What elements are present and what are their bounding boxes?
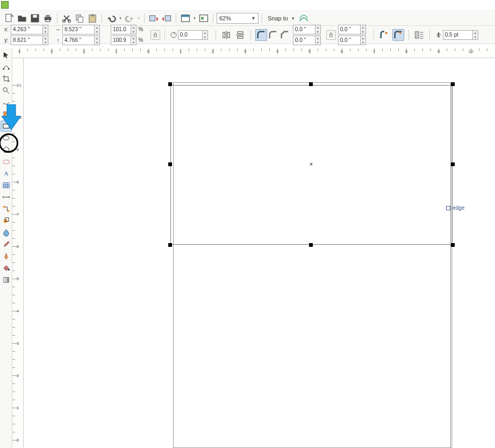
- lock-ratio-button[interactable]: [150, 30, 160, 40]
- round-corner-button[interactable]: [255, 29, 267, 41]
- connector-tool[interactable]: [1, 203, 12, 215]
- view-fullscreen-button[interactable]: [180, 12, 191, 24]
- redo-dropdown[interactable]: ▼: [137, 12, 141, 24]
- svg-rect-22: [415, 31, 418, 38]
- snap-combo[interactable]: Snap to ▾: [266, 13, 297, 24]
- toolbox: A: [0, 48, 12, 448]
- coord-x-input[interactable]: 4.263 ": [11, 25, 43, 34]
- zoom-tool[interactable]: [1, 85, 12, 96]
- scale-corner-button[interactable]: [392, 29, 404, 41]
- svg-rect-35: [7, 210, 9, 212]
- handle-tm[interactable]: [309, 82, 313, 86]
- handle-mr[interactable]: [451, 162, 455, 166]
- svg-rect-20: [329, 34, 332, 37]
- import-button[interactable]: [148, 12, 160, 24]
- coord-y-label: y:: [2, 37, 11, 43]
- redo-button[interactable]: [124, 12, 135, 24]
- svg-rect-4: [46, 15, 50, 17]
- rotate-input[interactable]: 0.0: [178, 30, 203, 40]
- svg-rect-17: [201, 17, 204, 19]
- view-dropdown[interactable]: ▼: [192, 12, 197, 24]
- handle-ml[interactable]: [168, 162, 172, 166]
- transparency-tool[interactable]: [1, 227, 12, 238]
- paste-button[interactable]: [87, 12, 98, 24]
- scale-y-input[interactable]: 100.9: [111, 35, 131, 45]
- scallop-corner-button[interactable]: [267, 29, 279, 41]
- width-icon: ↔: [54, 26, 62, 32]
- mirror-h-button[interactable]: [220, 29, 232, 41]
- export-button[interactable]: [161, 12, 173, 24]
- undo-dropdown[interactable]: ▼: [118, 12, 123, 24]
- print-button[interactable]: [42, 12, 54, 24]
- crop-tool[interactable]: [1, 73, 12, 84]
- corner-tl-input[interactable]: 0.0 ": [293, 25, 315, 34]
- publish-button[interactable]: [198, 12, 210, 24]
- handle-bm[interactable]: [309, 243, 313, 247]
- app-icon: [1, 1, 9, 9]
- vertical-ruler[interactable]: 11109876543210: [12, 58, 24, 448]
- shape-tool[interactable]: [1, 61, 12, 73]
- svg-point-24: [3, 68, 4, 70]
- text-tool[interactable]: A: [1, 168, 12, 179]
- corner-tr-input[interactable]: 0.0 ": [338, 25, 361, 34]
- pick-tool[interactable]: [1, 49, 12, 61]
- zoom-combo[interactable]: 62% ▼: [217, 13, 259, 24]
- cut-button[interactable]: [61, 12, 73, 24]
- corner-br-input[interactable]: 0.0 ": [338, 35, 361, 45]
- svg-rect-34: [3, 206, 5, 208]
- handle-tr[interactable]: [451, 82, 455, 86]
- svg-rect-18: [154, 34, 156, 37]
- percent-label: %: [137, 26, 145, 32]
- snap-label: Snap to: [268, 15, 288, 22]
- eyedropper-tool[interactable]: [1, 239, 12, 250]
- effects-tool[interactable]: [1, 215, 12, 226]
- corner-bl-input[interactable]: 0.0 ": [293, 35, 315, 45]
- corner-style-group: [255, 29, 291, 41]
- coord-y-input[interactable]: 8.621 ": [11, 35, 43, 45]
- table-tool[interactable]: [1, 180, 12, 191]
- svg-point-25: [8, 68, 9, 70]
- property-bar: x: 4.263 " ▲▼ y: 8.621 " ▲▼ ↔ 8.523 " ▲▼…: [0, 26, 495, 44]
- save-button[interactable]: [29, 12, 41, 24]
- title-bar: [0, 0, 495, 11]
- svg-rect-29: [3, 124, 9, 129]
- handle-bl[interactable]: [168, 243, 172, 247]
- snap-indicator: edge: [446, 205, 464, 211]
- snap-options-button[interactable]: [298, 12, 310, 24]
- rectangle-tool[interactable]: [1, 120, 12, 132]
- zoom-value: 62%: [219, 15, 231, 22]
- basic-shapes-tool[interactable]: [1, 156, 12, 167]
- svg-rect-28: [5, 113, 9, 118]
- fill-tool[interactable]: [1, 262, 12, 274]
- svg-rect-15: [182, 15, 190, 17]
- wrap-text-button[interactable]: [413, 29, 425, 41]
- outline-pen-tool[interactable]: [1, 251, 12, 262]
- ellipse-tool[interactable]: [1, 132, 12, 144]
- svg-rect-5: [46, 19, 50, 22]
- interactive-fill-tool[interactable]: [1, 274, 12, 286]
- handle-br[interactable]: [451, 243, 455, 247]
- height-input[interactable]: 4.766 ": [62, 35, 95, 45]
- freehand-tool[interactable]: [1, 97, 12, 108]
- undo-button[interactable]: [105, 12, 117, 24]
- chamfer-corner-button[interactable]: [279, 29, 291, 41]
- scale-x-input[interactable]: 101.0: [111, 25, 131, 34]
- svg-rect-9: [78, 17, 83, 22]
- lock-corners-button[interactable]: [326, 30, 336, 40]
- mirror-v-button[interactable]: [234, 29, 246, 41]
- stroke-width-input[interactable]: 0.5 pt: [443, 30, 473, 40]
- width-input[interactable]: 8.523 ": [62, 25, 95, 34]
- smart-fill-tool[interactable]: [1, 109, 12, 120]
- svg-rect-2: [33, 15, 37, 17]
- relative-corner-button[interactable]: [378, 29, 390, 41]
- copy-button[interactable]: [74, 12, 85, 24]
- open-file-button[interactable]: [16, 12, 28, 24]
- horizontal-ruler[interactable]: 4321012345678910: [12, 48, 495, 58]
- new-file-button[interactable]: [3, 12, 15, 24]
- svg-rect-33: [3, 183, 9, 188]
- handle-tl[interactable]: [168, 82, 172, 86]
- polygon-tool[interactable]: [1, 144, 12, 155]
- svg-rect-0: [6, 14, 11, 22]
- dimension-tool[interactable]: [1, 191, 12, 203]
- canvas[interactable]: × edge: [24, 58, 495, 448]
